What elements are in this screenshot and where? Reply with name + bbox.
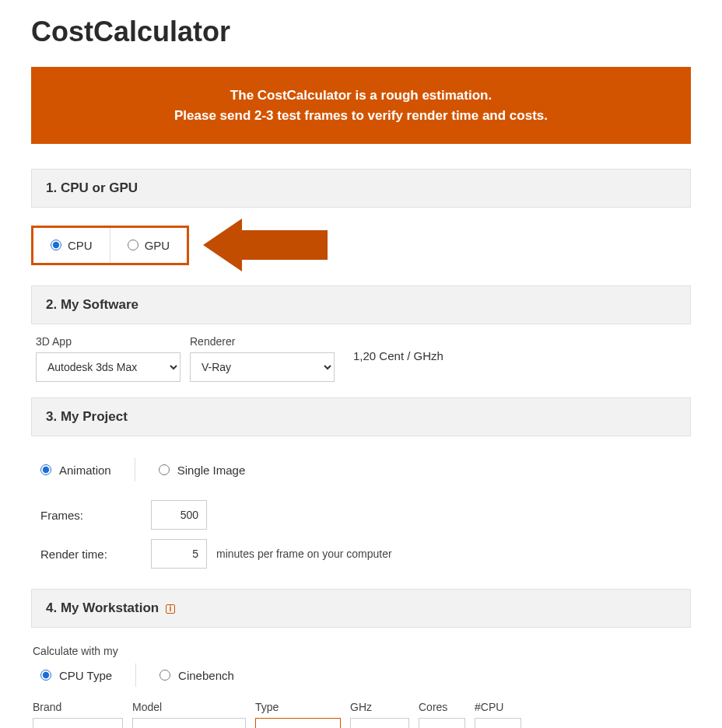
brand-label: Brand	[33, 701, 123, 713]
app-label: 3D App	[36, 335, 180, 348]
cpu-type-label: CPU Type	[59, 669, 112, 682]
single-image-radio[interactable]	[159, 464, 170, 475]
frames-input[interactable]	[151, 500, 207, 530]
page-title: CostCalculator	[31, 16, 691, 48]
cpu-gpu-row: CPU GPU	[31, 208, 691, 285]
info-banner: The CostCalculator is a rough estimation…	[31, 67, 691, 144]
banner-line-1: The CostCalculator is a rough estimation…	[44, 86, 678, 106]
gpu-radio[interactable]	[128, 240, 138, 250]
info-icon[interactable]: i	[166, 604, 175, 614]
model-select[interactable]: Core i7	[132, 718, 246, 728]
render-time-hint: minutes per frame on your computer	[216, 548, 392, 560]
price-text: 1,20 Cent / GHzh	[344, 349, 443, 369]
cpu-type-option[interactable]: CPU Type	[40, 669, 112, 682]
cpu-gpu-toggle: CPU GPU	[31, 226, 189, 265]
cpu-option[interactable]: CPU	[33, 228, 110, 263]
single-image-label: Single Image	[177, 464, 246, 477]
model-label: Model	[132, 701, 246, 713]
cores-select[interactable]: 6	[419, 718, 465, 728]
cinebench-option[interactable]: Cinebench	[159, 669, 234, 682]
ghz-label: GHz	[350, 701, 409, 713]
section-header-project: 3. My Project	[31, 397, 691, 436]
cinebench-radio[interactable]	[159, 670, 170, 681]
pointer-arrow-icon	[203, 219, 328, 271]
banner-line-2: Please send 2-3 test frames to verify re…	[44, 106, 678, 126]
single-image-option[interactable]: Single Image	[159, 464, 246, 477]
cpu-label: CPU	[68, 239, 93, 252]
cinebench-label: Cinebench	[178, 669, 234, 682]
animation-radio[interactable]	[40, 464, 51, 475]
animation-label: Animation	[59, 464, 111, 477]
type-select[interactable]: 8750H	[255, 718, 341, 728]
gpu-label: GPU	[145, 239, 170, 252]
workstation-title: 4. My Workstation	[46, 600, 159, 615]
cpu-radio[interactable]	[51, 240, 61, 250]
frames-label: Frames:	[40, 509, 142, 522]
brand-select[interactable]: Intel	[33, 718, 123, 728]
divider	[135, 458, 135, 481]
ncpu-label: #CPU	[475, 701, 521, 713]
app-select[interactable]: Autodesk 3ds Max	[36, 352, 180, 382]
cpu-type-radio[interactable]	[40, 670, 51, 681]
ncpu-select[interactable]: 1	[475, 718, 521, 728]
animation-option[interactable]: Animation	[40, 464, 111, 477]
ghz-input[interactable]	[350, 718, 409, 728]
cores-label: Cores	[419, 701, 465, 713]
section-header-workstation: 4. My Workstation i	[31, 589, 691, 628]
divider	[135, 663, 136, 687]
render-time-input[interactable]	[151, 539, 207, 569]
section-header-cpu-gpu: 1. CPU or GPU	[31, 169, 691, 208]
render-time-label: Render time:	[40, 548, 142, 561]
calc-with-label: Calculate with my	[31, 639, 686, 657]
section-header-software: 2. My Software	[31, 285, 691, 324]
type-label: Type	[255, 701, 341, 713]
renderer-select[interactable]: V-Ray	[190, 352, 335, 382]
gpu-option[interactable]: GPU	[110, 228, 188, 263]
renderer-label: Renderer	[190, 335, 335, 348]
